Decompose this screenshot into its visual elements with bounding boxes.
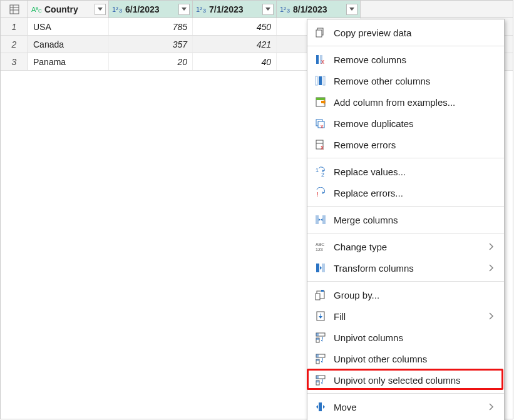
group-icon: [314, 289, 327, 300]
column-header-3[interactable]: 1238/1/2023: [277, 1, 361, 18]
remove-col-icon: x: [314, 54, 327, 65]
replace-val-icon: 12: [314, 166, 327, 177]
cell[interactable]: Panama: [28, 53, 109, 70]
menu-item-label: Copy preview data: [334, 28, 486, 38]
cell[interactable]: 357: [109, 36, 193, 53]
column-filter-button[interactable]: [346, 4, 357, 15]
svg-rect-63: [316, 354, 319, 357]
number-type-icon[interactable]: 123: [279, 5, 292, 14]
svg-text:1: 1: [316, 167, 319, 173]
menu-item-label: Transform columns: [334, 263, 486, 274]
svg-rect-21: [316, 30, 322, 37]
svg-text:ABC: ABC: [316, 242, 324, 247]
menu-separator: [307, 393, 504, 394]
svg-marker-71: [321, 382, 322, 384]
menu-item-move[interactable]: Move: [307, 396, 504, 417]
add-example-icon: [314, 96, 327, 108]
svg-rect-25: [319, 76, 322, 85]
cell[interactable]: 450: [193, 18, 277, 35]
svg-marker-66: [321, 361, 322, 363]
menu-item-label: Replace values...: [334, 166, 486, 177]
svg-marker-74: [323, 405, 325, 409]
svg-marker-61: [321, 339, 322, 342]
column-filter-button[interactable]: [262, 4, 274, 15]
svg-text:3: 3: [203, 8, 206, 14]
menu-separator: [307, 233, 504, 233]
svg-marker-53: [321, 290, 324, 292]
table-icon: [9, 4, 19, 14]
row-number[interactable]: 1: [1, 18, 28, 35]
menu-item-add-example[interactable]: Add column from examples...: [307, 91, 504, 113]
menu-item-copy-preview[interactable]: Copy preview data: [307, 22, 504, 43]
svg-text:C: C: [38, 8, 42, 14]
select-all-corner[interactable]: [1, 1, 28, 18]
svg-rect-29: [316, 98, 325, 100]
column-filter-button[interactable]: [178, 4, 190, 15]
menu-item-remove-other[interactable]: Remove other columns: [307, 70, 504, 91]
menu-item-label: Move: [334, 402, 486, 412]
svg-marker-15: [265, 8, 270, 11]
menu-item-remove-dup[interactable]: xRemove duplicates: [307, 113, 504, 134]
text-type-icon[interactable]: ABC: [31, 5, 43, 14]
menu-item-unpivot-selected[interactable]: Unpivot only selected columns: [307, 369, 504, 391]
menu-item-remove-cols[interactable]: xRemove columns: [307, 49, 504, 70]
menu-item-label: Remove other columns: [334, 76, 486, 86]
svg-text:123: 123: [316, 247, 323, 252]
svg-rect-70: [316, 381, 319, 382]
menu-separator: [307, 46, 504, 46]
submenu-arrow-icon: [486, 243, 496, 250]
row-number[interactable]: 3: [1, 53, 28, 70]
menu-item-label: Unpivot columns: [334, 332, 486, 343]
submenu-arrow-icon: [486, 312, 496, 320]
fill-icon: [314, 310, 327, 322]
number-type-icon[interactable]: 123: [111, 5, 124, 14]
menu-item-label: Change type: [334, 242, 486, 252]
menu-item-remove-err[interactable]: xRemove errors: [307, 134, 504, 155]
svg-text:x: x: [321, 123, 324, 129]
svg-rect-48: [316, 264, 319, 272]
cell[interactable]: Canada: [28, 36, 109, 53]
column-header-2[interactable]: 1237/1/2023: [193, 1, 277, 18]
menu-item-unpivot[interactable]: Unpivot columns: [307, 327, 504, 348]
menu-item-replace-err[interactable]: !Replace errors...: [307, 182, 504, 203]
menu-item-label: Remove errors: [334, 140, 486, 150]
svg-marker-45: [321, 218, 322, 221]
menu-item-label: Group by...: [334, 290, 486, 300]
svg-rect-27: [323, 76, 325, 85]
menu-separator: [307, 281, 504, 282]
column-header-1[interactable]: 1236/1/2023: [109, 1, 193, 18]
menu-item-merge[interactable]: Merge columns: [307, 209, 504, 230]
unpivot-sel-icon: [314, 374, 327, 386]
remove-err-icon: x: [314, 139, 327, 150]
column-label: 6/1/2023: [125, 4, 176, 14]
cell[interactable]: USA: [28, 18, 109, 35]
number-type-icon[interactable]: 123: [195, 5, 208, 14]
menu-item-replace-val[interactable]: 12Replace values...: [307, 161, 504, 182]
svg-text:!: !: [317, 192, 319, 198]
column-filter-button[interactable]: [95, 4, 106, 15]
menu-item-label: Unpivot only selected columns: [334, 375, 486, 386]
svg-rect-52: [316, 294, 320, 300]
cell[interactable]: 40: [193, 53, 277, 70]
menu-item-transform[interactable]: Transform columns: [307, 257, 504, 279]
svg-text:2: 2: [200, 6, 202, 11]
menu-item-label: Remove columns: [334, 54, 486, 65]
menu-item-group-by[interactable]: Group by...: [307, 284, 504, 305]
svg-text:x: x: [321, 144, 324, 150]
column-label: 8/1/2023: [293, 4, 344, 14]
menu-item-change-type[interactable]: ABC123Change type: [307, 236, 504, 257]
cell[interactable]: 421: [193, 36, 277, 53]
merge-icon: [314, 214, 327, 225]
svg-rect-58: [316, 333, 319, 336]
menu-item-unpivot-other[interactable]: Unpivot other columns: [307, 348, 504, 369]
row-number[interactable]: 2: [1, 36, 28, 53]
menu-item-label: Add column from examples...: [334, 97, 486, 108]
menu-item-fill[interactable]: Fill: [307, 305, 504, 327]
move-icon: [314, 401, 327, 412]
cell[interactable]: 785: [109, 18, 193, 35]
svg-rect-42: [316, 215, 319, 224]
column-header-0[interactable]: ABCCountry: [28, 1, 109, 18]
column-context-menu: Copy preview dataxRemove columnsRemove o…: [307, 19, 505, 420]
cell[interactable]: 20: [109, 53, 193, 70]
replace-err-icon: !: [314, 187, 327, 198]
